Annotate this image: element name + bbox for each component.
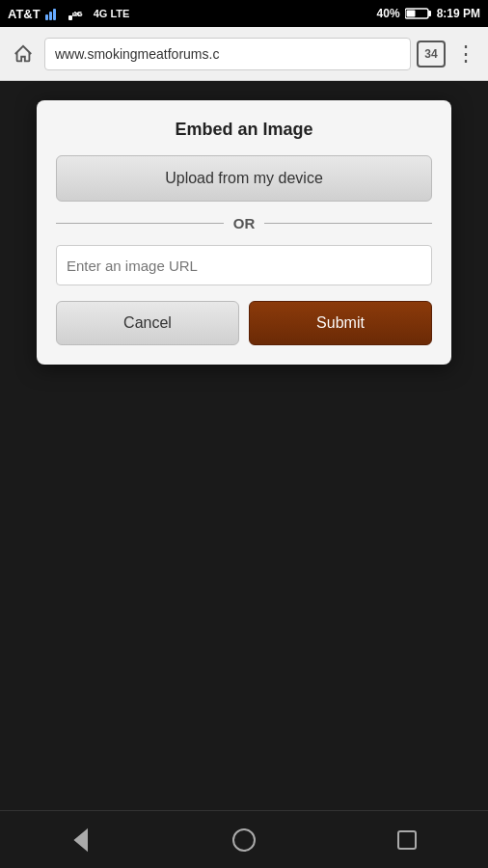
- url-bar[interactable]: www.smokingmeatforums.c: [44, 38, 411, 70]
- main-content: Embed an Image Upload from my device OR …: [0, 81, 488, 810]
- submit-button[interactable]: Submit: [249, 301, 432, 345]
- svg-rect-11: [398, 831, 416, 849]
- svg-text:LTE: LTE: [72, 12, 82, 17]
- carrier-label: AT&T: [8, 7, 41, 21]
- status-left: AT&T 4G LTE 4G LTE: [8, 7, 129, 21]
- home-icon: [13, 43, 34, 65]
- svg-rect-0: [45, 14, 48, 20]
- svg-point-10: [233, 829, 255, 851]
- right-divider-line: [264, 223, 432, 224]
- square-icon: [393, 827, 420, 854]
- cancel-button[interactable]: Cancel: [56, 301, 239, 345]
- dialog-actions: Cancel Submit: [56, 301, 432, 345]
- svg-rect-1: [49, 12, 52, 20]
- svg-rect-8: [406, 11, 415, 17]
- recents-button[interactable]: [393, 827, 420, 854]
- battery-icon: [405, 7, 432, 20]
- left-divider-line: [56, 223, 224, 224]
- bottom-nav-bar: [0, 810, 488, 868]
- menu-button[interactable]: ⋮: [451, 41, 480, 67]
- status-right: 40% 8:19 PM: [377, 7, 480, 20]
- url-text: www.smokingmeatforums.c: [55, 46, 219, 62]
- home-button[interactable]: [8, 39, 39, 69]
- svg-marker-9: [75, 830, 87, 850]
- image-url-input[interactable]: [56, 245, 432, 285]
- dialog-title: Embed an Image: [56, 120, 432, 140]
- back-icon: [68, 827, 95, 854]
- or-divider: OR: [56, 215, 432, 231]
- battery-label: 40%: [377, 7, 400, 20]
- home-nav-button[interactable]: [230, 827, 258, 854]
- time-label: 8:19 PM: [437, 7, 480, 20]
- wifi-icon: [45, 7, 63, 20]
- tab-count-badge[interactable]: 34: [417, 41, 446, 68]
- network-icon: 4G LTE: [68, 7, 89, 20]
- svg-rect-7: [428, 11, 431, 16]
- upload-from-device-button[interactable]: Upload from my device: [56, 155, 432, 202]
- or-text: OR: [233, 215, 256, 231]
- embed-image-dialog: Embed an Image Upload from my device OR …: [37, 100, 451, 365]
- svg-rect-2: [53, 9, 56, 20]
- status-bar: AT&T 4G LTE 4G LTE 40% 8:19 PM: [0, 0, 488, 27]
- circle-icon: [230, 827, 258, 854]
- back-button[interactable]: [68, 827, 95, 854]
- network-label: 4G LTE: [94, 8, 130, 19]
- browser-bar: www.smokingmeatforums.c 34 ⋮: [0, 27, 488, 81]
